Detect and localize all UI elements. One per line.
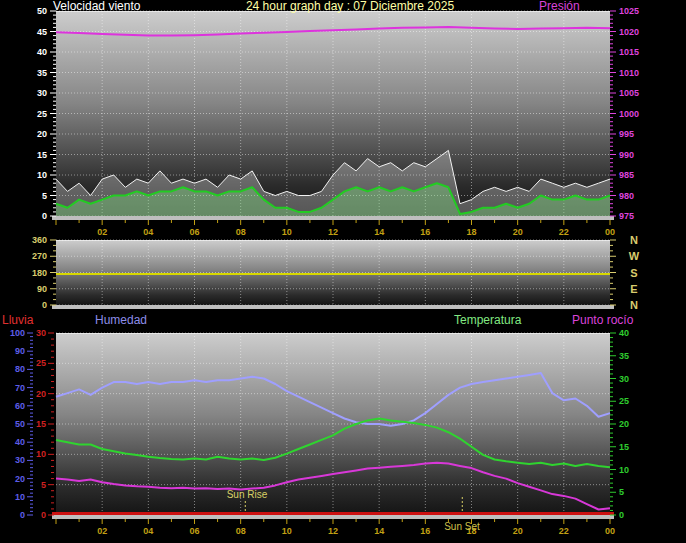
hour-label: 00 xyxy=(605,227,615,237)
hour-label: 08 xyxy=(236,227,246,237)
axis-tick-label: 50 xyxy=(15,419,25,429)
humidity-series-label: Humedad xyxy=(95,314,147,327)
axis-tick-label: 180 xyxy=(32,268,47,278)
axis-tick-label: 100 xyxy=(10,328,25,338)
axis-tick-label: 1025 xyxy=(619,6,639,16)
axis-tick-label: 40 xyxy=(37,47,47,57)
axis-tick-label: 20 xyxy=(37,129,47,139)
axis-tick-label: 990 xyxy=(619,150,634,160)
axis-tick-label: 1000 xyxy=(619,109,639,119)
axis-tick-label: 980 xyxy=(619,191,634,201)
rain-series-label: Lluvia xyxy=(2,314,33,327)
sun-set-annotation: Sun Set xyxy=(430,520,494,533)
axis-tick-label: 90 xyxy=(15,346,25,356)
pressure-series-label: Presión xyxy=(539,0,580,13)
axis-tick-label: 25 xyxy=(619,396,629,406)
axis-tick-label: 40 xyxy=(619,328,629,338)
axis-tick-label: 30 xyxy=(36,328,46,338)
hour-label: 14 xyxy=(374,227,384,237)
axis-tick-label: 360 xyxy=(32,235,47,245)
axis-tick-label: 50 xyxy=(37,6,47,16)
axis-tick-label: 20 xyxy=(15,474,25,484)
hour-label: 10 xyxy=(282,227,292,237)
hour-label: 12 xyxy=(328,526,338,536)
axis-tick-label: 70 xyxy=(15,383,25,393)
temperature-series-label: Temperatura xyxy=(454,314,521,327)
compass-label: W xyxy=(629,250,640,262)
axis-tick-label: 40 xyxy=(15,437,25,447)
axis-tick-label: 90 xyxy=(37,284,47,294)
axis-tick-label: 1005 xyxy=(619,88,639,98)
hour-label: 04 xyxy=(143,526,153,536)
compass-label: S xyxy=(630,267,637,279)
hour-label: 14 xyxy=(374,526,384,536)
graph-title: 24 hour graph day : 07 Diciembre 2025 xyxy=(150,0,550,13)
axis-tick-label: 0 xyxy=(20,510,25,520)
axis-tick-label: 35 xyxy=(619,351,629,361)
hour-label: 02 xyxy=(97,227,107,237)
axis-tick-label: 1010 xyxy=(619,68,639,78)
hour-label: 08 xyxy=(236,526,246,536)
axis-tick-label: 0 xyxy=(619,510,624,520)
hour-label: 18 xyxy=(466,227,476,237)
compass-label: N xyxy=(630,299,638,311)
hour-label: 22 xyxy=(559,227,569,237)
axis-tick-label: 25 xyxy=(36,358,46,368)
wind-speed-series-label: Velocidad viento xyxy=(53,0,140,13)
axis-tick-label: 30 xyxy=(15,455,25,465)
hour-label: 04 xyxy=(143,227,153,237)
sun-rise-annotation: Sun Rise xyxy=(215,488,279,501)
axis-tick-label: 5 xyxy=(41,480,46,490)
compass-label: E xyxy=(630,283,637,295)
axis-tick-label: 15 xyxy=(619,442,629,452)
compass-label: N xyxy=(630,234,638,246)
axis-tick-label: 0 xyxy=(42,300,47,310)
axis-tick-label: 0 xyxy=(41,510,46,520)
axis-tick-label: 10 xyxy=(15,492,25,502)
axis-tick-label: 0 xyxy=(42,211,47,221)
hour-label: 20 xyxy=(513,526,523,536)
hour-label: 06 xyxy=(189,227,199,237)
axis-tick-label: 5 xyxy=(42,191,47,201)
axis-tick-label: 985 xyxy=(619,170,634,180)
axis-tick-label: 20 xyxy=(36,389,46,399)
axis-tick-label: 10 xyxy=(36,449,46,459)
axis-tick-label: 45 xyxy=(37,27,47,37)
axis-tick-label: 20 xyxy=(619,419,629,429)
hour-label: 06 xyxy=(189,526,199,536)
axis-tick-label: 5 xyxy=(619,487,624,497)
axis-tick-label: 1020 xyxy=(619,27,639,37)
axis-tick-label: 25 xyxy=(37,109,47,119)
axis-tick-label: 60 xyxy=(15,401,25,411)
hour-label: 02 xyxy=(97,526,107,536)
axis-tick-label: 30 xyxy=(619,374,629,384)
hour-label: 12 xyxy=(328,227,338,237)
x-axis-strip xyxy=(52,216,614,220)
dew-point-series-label: Punto rocío xyxy=(572,314,633,327)
hour-label: 00 xyxy=(605,526,615,536)
hour-label: 10 xyxy=(282,526,292,536)
hour-label: 20 xyxy=(513,227,523,237)
axis-tick-label: 10 xyxy=(37,170,47,180)
weather-display-24h-graph: 0510152025303540455097598098599099510001… xyxy=(0,0,686,543)
hour-label: 16 xyxy=(420,526,430,536)
axis-tick-label: 80 xyxy=(15,364,25,374)
hour-label: 22 xyxy=(559,526,569,536)
charts-canvas: 0510152025303540455097598098599099510001… xyxy=(0,0,686,543)
axis-tick-label: 975 xyxy=(619,211,634,221)
axis-tick-label: 15 xyxy=(36,419,46,429)
axis-tick-label: 995 xyxy=(619,129,634,139)
x-axis-strip xyxy=(52,515,614,519)
axis-tick-label: 35 xyxy=(37,68,47,78)
axis-tick-label: 270 xyxy=(32,251,47,261)
axis-tick-label: 10 xyxy=(619,465,629,475)
axis-tick-label: 15 xyxy=(37,150,47,160)
hour-label: 16 xyxy=(420,227,430,237)
x-axis-strip xyxy=(52,305,614,309)
axis-tick-label: 1015 xyxy=(619,47,639,57)
axis-tick-label: 30 xyxy=(37,88,47,98)
